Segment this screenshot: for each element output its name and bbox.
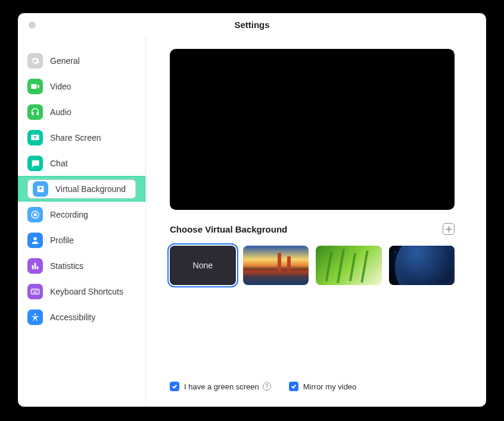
sidebar-item-label: Chat <box>50 159 68 168</box>
svg-rect-5 <box>36 290 36 291</box>
sidebar-item-share-screen[interactable]: Share Screen <box>18 125 145 150</box>
sidebar-item-statistics[interactable]: Statistics <box>18 253 145 278</box>
sidebar-item-label: General <box>50 56 80 66</box>
recording-icon <box>27 207 43 222</box>
sidebar-item-inner: Virtual Background <box>27 179 136 199</box>
sidebar-item-label: Share Screen <box>50 133 101 143</box>
keyboard-icon <box>27 284 43 299</box>
sidebar-item-label: Virtual Background <box>55 184 126 194</box>
sidebar-item-audio[interactable]: Audio <box>18 99 145 125</box>
sidebar-item-chat[interactable]: Chat <box>18 150 145 176</box>
svg-point-8 <box>35 314 36 315</box>
svg-point-1 <box>33 213 36 216</box>
sidebar-item-label: Profile <box>50 236 74 245</box>
background-thumb-grass[interactable] <box>316 246 382 285</box>
content-pane: Choose Virtual Background None <box>146 37 486 407</box>
help-icon[interactable]: ? <box>263 382 271 391</box>
section-header: Choose Virtual Background <box>170 223 455 235</box>
mirror-video-checkbox[interactable]: Mirror my video <box>289 382 357 391</box>
sidebar-item-label: Keyboard Shortcuts <box>50 287 123 296</box>
videocam-icon <box>27 79 43 94</box>
person-icon <box>27 233 43 248</box>
titlebar: Settings <box>18 13 486 37</box>
sidebar-item-label: Statistics <box>50 261 83 271</box>
checkbox-label: I have a green screen <box>184 382 259 391</box>
svg-rect-3 <box>32 290 33 291</box>
accessibility-icon <box>27 309 43 325</box>
svg-rect-4 <box>34 290 35 291</box>
sidebar-item-accessibility[interactable]: Accessibility <box>18 304 145 330</box>
gear-icon <box>27 53 43 69</box>
share-screen-icon <box>27 130 43 146</box>
sidebar-item-recording[interactable]: Recording <box>18 202 145 227</box>
green-screen-checkbox[interactable]: I have a green screen ? <box>170 382 271 391</box>
sidebar: General Video Audio Share Screen <box>18 37 146 407</box>
thumb-label: None <box>193 261 213 270</box>
checkbox-icon <box>289 382 298 391</box>
sidebar-item-label: Accessibility <box>50 312 95 322</box>
headphones-icon <box>27 104 43 120</box>
sidebar-item-label: Audio <box>50 107 71 117</box>
sidebar-item-virtual-background[interactable]: Virtual Background <box>18 176 145 202</box>
svg-rect-2 <box>31 289 39 294</box>
options-row: I have a green screen ? Mirror my video <box>170 382 467 396</box>
sidebar-item-keyboard-shortcuts[interactable]: Keyboard Shortcuts <box>18 278 145 304</box>
sidebar-item-profile[interactable]: Profile <box>18 227 145 253</box>
add-background-button[interactable] <box>443 223 455 235</box>
sidebar-item-label: Video <box>50 82 71 91</box>
checkbox-icon <box>170 382 179 391</box>
window-body: General Video Audio Share Screen <box>18 37 486 407</box>
background-thumb-space[interactable] <box>389 246 455 285</box>
section-title: Choose Virtual Background <box>170 224 287 234</box>
checkbox-label: Mirror my video <box>303 382 357 391</box>
settings-window: Settings General Video Audio <box>18 13 486 407</box>
background-thumbnails: None <box>170 246 455 285</box>
svg-rect-7 <box>33 292 38 292</box>
close-window-button[interactable] <box>29 21 36 29</box>
chat-icon <box>27 156 43 171</box>
video-preview <box>170 49 455 210</box>
background-thumb-bridge[interactable] <box>243 246 309 285</box>
stats-icon <box>27 258 43 274</box>
virtual-bg-icon <box>33 181 48 197</box>
background-thumb-none[interactable]: None <box>170 246 236 285</box>
sidebar-item-video[interactable]: Video <box>18 73 145 99</box>
window-title: Settings <box>18 20 486 30</box>
sidebar-item-label: Recording <box>50 210 88 219</box>
sidebar-item-general[interactable]: General <box>18 48 145 73</box>
svg-rect-6 <box>37 290 38 291</box>
